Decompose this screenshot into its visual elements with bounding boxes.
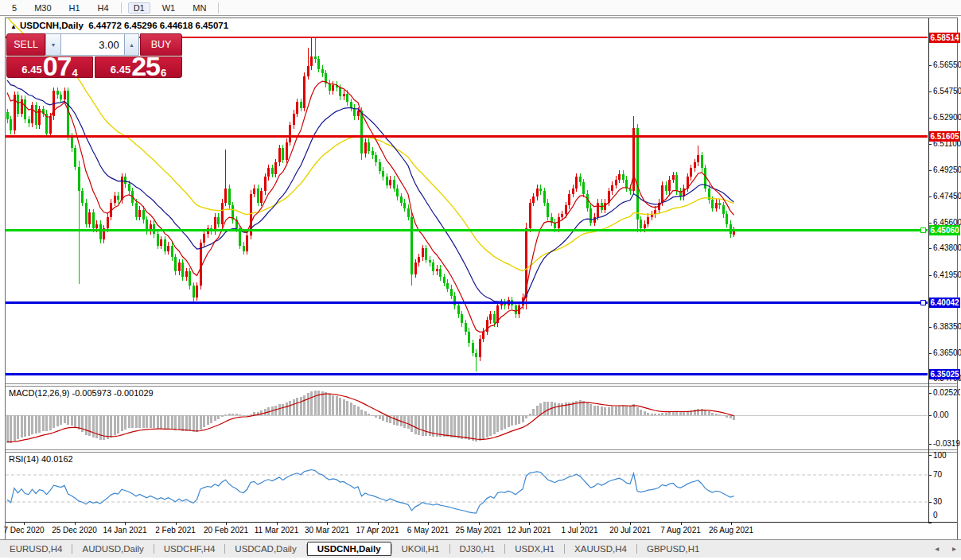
rsi-panel-canvas[interactable] [6,453,928,521]
date-axis-label: 7 Aug 2021 [660,526,701,535]
rsi-separator-top[interactable] [6,449,957,450]
collapse-triangle-icon[interactable]: ▲ [10,23,17,30]
timeframe-toolbar: 5M30H1H4D1W1MN [0,0,961,16]
time-axis-line [6,522,957,523]
price-tick-mark [928,275,932,276]
date-tick-mark [277,522,278,525]
tab-scroll-right-icon[interactable]: ▸ [952,544,956,553]
macd-separator-top[interactable] [6,383,957,384]
timeframe-button-h1[interactable]: H1 [64,2,86,14]
date-tick-mark [630,522,631,525]
date-axis-label: 25 Dec 2020 [52,526,97,535]
symbol-tab-bar: EURUSD,H4AUDUSD,DailyUSDCHF,H4USDCAD,Dai… [0,539,961,558]
rsi-tick-mark [928,475,932,476]
rsi-line [7,470,734,514]
macd-tick-label: -0.031994 [933,439,960,449]
price-tick-label: 6.38350 [933,322,960,332]
macd-histogram [6,391,736,443]
rsi-tick-label: 100 [933,451,960,461]
symbol-tab-eurusd[interactable]: EURUSD,H4 [0,542,72,556]
timeframe-button-5[interactable]: 5 [6,2,22,14]
macd-separator-bottom [6,386,957,387]
symbol-tab-usdcnh[interactable]: USDCNH,Daily [307,542,391,556]
date-axis-label: 30 Mar 2021 [305,526,349,535]
symbol-tab-ukoil[interactable]: UKOil,H1 [392,542,449,556]
date-axis-label: 14 Jan 2021 [103,526,146,535]
mid-ma-navy [7,80,734,304]
date-tick-mark [75,522,76,525]
date-tick-mark [226,522,227,525]
rsi-separator-bottom [6,452,957,453]
tab-scroll-left-icon[interactable]: ◂ [935,544,939,553]
trade-panel-price-row: 6.45 07 4 6.45 25 6 [6,56,182,78]
buy-price-display[interactable]: 6.45 25 6 [95,56,182,78]
macd-label: MACD(12,26,9) -0.005973 -0.001029 [9,388,154,398]
symbol-tab-dj30[interactable]: DJ30,H1 [450,542,505,556]
timeframe-button-m30[interactable]: M30 [29,2,56,14]
price-tick-label: 6.54750 [933,87,960,96]
fast-ma-red [7,81,734,332]
date-axis-label: 20 Jul 2021 [609,526,651,535]
date-axis-label: 17 Apr 2021 [356,526,399,535]
rsi-tick-label: 70 [933,470,960,480]
symbol-tab-gbpusd[interactable]: GBPUSD,H1 [637,542,709,556]
rsi-label: RSI(14) 40.0162 [9,454,73,464]
price-tick-mark [928,327,932,328]
macd-tick-mark [928,444,932,445]
level-line-handle[interactable] [920,300,925,305]
date-axis-label: 26 Aug 2021 [709,526,753,535]
sell-price-pips: 07 [43,56,72,77]
buy-price-pips: 25 [131,56,160,77]
price-tick-mark [928,223,932,224]
date-tick-mark [529,522,530,525]
one-click-trade-panel: SELL ▾ ▴ BUY 6.45 07 4 6.45 25 6 [6,33,182,78]
date-tick-mark [24,522,25,525]
date-axis-label: 6 May 2021 [407,526,449,535]
rsi-tick-mark [928,455,932,456]
price-tick-mark [928,144,932,145]
price-tick-mark [928,170,932,171]
price-level-badge: 6.35025 [929,369,960,379]
symbol-tab-usdchf[interactable]: USDCHF,H4 [154,542,225,556]
symbol-tab-usdcad[interactable]: USDCAD,Daily [225,542,305,556]
price-tick-mark [928,353,932,354]
price-level-badge: 6.58514 [929,33,960,43]
symbol-tab-audusd[interactable]: AUDUSD,Daily [72,542,153,556]
timeframe-button-h4[interactable]: H4 [92,2,115,14]
price-tick-label: 6.36500 [933,348,960,358]
price-tick-label: 6.52900 [933,113,960,122]
price-tick-label: 6.56550 [933,60,960,70]
date-axis-label: 1 Jul 2021 [561,526,597,535]
symbol-tab-xauusd[interactable]: XAUUSD,H4 [565,542,636,556]
chart-title: ▲USDCNH,Daily 6.44772 6.45296 6.44618 6.… [10,21,228,30]
rsi-tick-label: 30 [933,497,960,507]
level-line-handle[interactable] [920,228,925,233]
timeframe-button-w1[interactable]: W1 [157,2,181,14]
date-axis-label: 7 Dec 2020 [3,526,44,535]
date-tick-mark [125,522,126,525]
sell-price-display[interactable]: 6.45 07 4 [6,56,93,78]
rsi-tick-label: 0 [933,511,960,520]
buy-price-prefix: 6.45 [111,64,130,76]
toolbar-separator [218,2,219,14]
date-tick-mark [428,522,429,525]
price-tick-label: 6.41950 [933,270,960,280]
chart-symbol-label: USDCNH,Daily [20,21,84,30]
price-tick-mark [928,118,932,119]
date-tick-mark [176,522,177,525]
price-tick-mark [928,248,932,249]
date-tick-mark [681,522,682,525]
price-tick-mark [928,196,932,197]
sell-price-prefix: 6.45 [21,64,41,76]
timeframe-button-d1[interactable]: D1 [128,2,150,14]
sell-button[interactable]: SELL [6,33,45,56]
macd-signal-line [7,394,734,441]
rsi-tick-mark [928,502,932,503]
timeframe-button-mn[interactable]: MN [187,2,212,14]
date-axis-label: 20 Feb 2021 [204,526,248,535]
toolbar-separator [121,2,122,14]
price-level-badge: 6.40042 [929,298,960,308]
price-level-badge: 6.45060 [929,225,960,235]
symbol-tab-usdx[interactable]: USDX,H1 [505,542,564,556]
tab-scroll-arrows: ◂ ▸ [924,544,956,553]
